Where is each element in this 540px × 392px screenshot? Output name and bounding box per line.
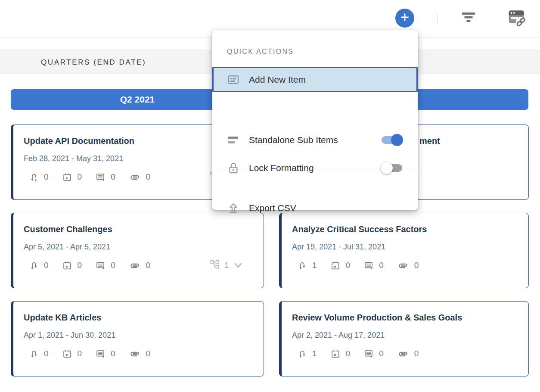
- lock-icon: [227, 161, 240, 175]
- count-value: 0: [111, 261, 115, 270]
- add-button[interactable]: [395, 9, 414, 28]
- count-value: 0: [44, 172, 49, 182]
- card-counts-row: 1 0 0 0: [298, 260, 432, 271]
- count-value: 0: [44, 349, 49, 358]
- menu-item-export-csv[interactable]: Export CSV: [212, 197, 418, 219]
- dates-count: 0: [331, 349, 351, 359]
- share-roadmap-button[interactable]: [506, 9, 527, 28]
- attachments-count: 0: [129, 349, 151, 359]
- chevron-down-icon[interactable]: [233, 261, 243, 269]
- dates-count: 0: [62, 261, 82, 271]
- count-value: 0: [346, 261, 351, 270]
- filter-button[interactable]: [460, 13, 477, 23]
- count-value: 0: [146, 172, 151, 182]
- quick-actions-menu: QUICK ACTIONS Add New Item Standalone Su…: [212, 30, 418, 210]
- card-counts-row: 0 0 0 0: [29, 260, 164, 271]
- card-title: Customer Challenges: [24, 224, 112, 234]
- count-value: 0: [346, 349, 351, 358]
- subitems-tree-icon: [210, 260, 219, 271]
- dependencies-icon: [29, 261, 38, 271]
- comments-count: 0: [96, 349, 115, 359]
- menu-item-add-new-item[interactable]: Add New Item: [212, 67, 418, 92]
- card-title: Analyze Critical Success Factors: [292, 224, 427, 234]
- roadmap-card[interactable]: Update KB Articles Apr 1, 2021 - Jun 30,…: [11, 301, 264, 376]
- card-date-range: Apr 5, 2021 - Apr 5, 2021: [24, 243, 110, 252]
- count-value: 1: [312, 349, 317, 358]
- comments-count: 0: [96, 172, 115, 182]
- attachments-icon: [397, 349, 409, 359]
- roadmap-card[interactable]: Customer Challenges Apr 5, 2021 - Apr 5,…: [11, 213, 264, 288]
- card-date-range: Apr 1, 2021 - Jun 30, 2021: [24, 331, 115, 340]
- count-value: 0: [414, 349, 419, 358]
- comments-icon: [96, 261, 105, 271]
- menu-item-lock-formatting[interactable]: Lock Formatting: [212, 157, 418, 179]
- lock-formatting-toggle[interactable]: [382, 164, 402, 172]
- quarter-bar-label: Q2 2021: [120, 94, 155, 105]
- sub-items-bars-icon: [227, 135, 240, 145]
- upload-icon: [227, 202, 240, 215]
- comments-icon: [96, 349, 105, 359]
- card-title: Review Volume Production & Sales Goals: [292, 313, 462, 323]
- quick-actions-header: QUICK ACTIONS: [227, 48, 294, 56]
- dates-count: 0: [331, 261, 351, 271]
- count-value: 0: [146, 349, 151, 358]
- count-value: 0: [379, 261, 384, 270]
- menu-item-label: Export CSV: [249, 203, 296, 213]
- calendar-icon: [331, 261, 340, 271]
- count-value: 0: [111, 349, 115, 358]
- calendar-icon: [62, 349, 72, 359]
- dependencies-icon: [29, 349, 38, 359]
- attachments-count: 0: [397, 349, 419, 359]
- count-value: 0: [111, 172, 115, 182]
- attachments-icon: [129, 349, 140, 359]
- dependencies-count: 0: [29, 349, 49, 359]
- roadmap-card[interactable]: Analyze Critical Success Factors Apr 19,…: [279, 213, 529, 288]
- comments-count: 0: [364, 261, 384, 271]
- count-value: 0: [44, 261, 49, 270]
- card-date-range: Feb 28, 2021 - May 31, 2021: [24, 154, 123, 163]
- toolbar-divider: [437, 13, 438, 24]
- count-value: 0: [78, 261, 82, 270]
- dependencies-count: 1: [298, 349, 317, 359]
- attachments-icon: [129, 261, 140, 271]
- count-value: 1: [312, 261, 317, 270]
- card-title: Update API Documentation: [24, 136, 134, 146]
- dependencies-count: 1: [298, 261, 317, 271]
- dependencies-count: 0: [29, 261, 49, 271]
- window-link-icon: [507, 8, 527, 29]
- menu-item-standalone-sub-items[interactable]: Standalone Sub Items: [212, 129, 418, 151]
- card-item-icon: [227, 74, 240, 85]
- card-counts-row: 0 0 0 0: [29, 171, 164, 183]
- card-date-range: Apr 19, 2021 - Jul 31, 2021: [292, 243, 385, 252]
- standalone-sub-items-toggle[interactable]: [382, 136, 402, 144]
- card-title-fragment: ment: [419, 136, 440, 146]
- roadmap-card[interactable]: Review Volume Production & Sales Goals A…: [279, 301, 529, 376]
- count-value: 0: [78, 349, 82, 358]
- comments-icon: [364, 261, 373, 271]
- count-value: 0: [379, 349, 384, 358]
- attachments-icon: [397, 261, 409, 271]
- comments-count: 0: [364, 349, 384, 359]
- card-date-range: Apr 2, 2021 - Aug 17, 2021: [292, 331, 385, 340]
- card-title: Update KB Articles: [24, 313, 101, 323]
- card-counts-row: 0 0 0 0: [29, 348, 164, 359]
- count-value: 0: [414, 261, 419, 270]
- attachments-count: 0: [397, 261, 419, 271]
- toggle-knob: [391, 134, 403, 146]
- card-counts-row: 1 0 0 0: [298, 348, 432, 359]
- dates-count: 0: [62, 172, 82, 182]
- quarters-header-label: QUARTERS (END DATE): [41, 58, 146, 67]
- dates-count: 0: [62, 349, 82, 359]
- subitems-count: 1: [224, 261, 229, 270]
- calendar-icon: [331, 349, 340, 359]
- menu-item-label: Add New Item: [249, 75, 306, 85]
- subitems-indicator[interactable]: 1: [210, 259, 243, 272]
- dependencies-icon: [298, 349, 307, 359]
- menu-item-label: Standalone Sub Items: [249, 135, 338, 145]
- toggle-knob: [381, 162, 393, 174]
- comments-icon: [96, 172, 105, 182]
- attachments-icon: [129, 172, 140, 182]
- comments-count: 0: [96, 261, 115, 271]
- dependencies-icon: [29, 172, 38, 182]
- attachments-count: 0: [129, 261, 151, 271]
